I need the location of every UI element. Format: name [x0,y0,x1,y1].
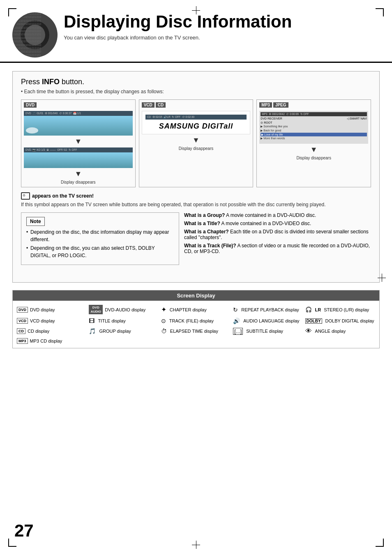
what-is-title: What is a Title? A movie contained in a … [184,221,371,226]
sd-title: 🎞 TITLE display [89,318,159,324]
sd-dolby: DOLBY DOLBY DIGITAL display [305,318,375,324]
sd-empty2 [161,338,231,344]
mp3-root: ⊙ ROOT [261,121,367,124]
sd-mp3-label: MP3 CD display [30,339,62,343]
screen-display-section: Screen Display DVD DVD display DVDAUDIO … [12,290,380,348]
sd-dvd-audio-badge: DVDAUDIO [89,305,103,314]
mp3-file-2: ▶ Back for good [261,129,367,133]
mp3-nav-row: DVD RECEIVER ◁ SMART NAVI [261,117,367,120]
what-is-group-body: A movie contained in a DVD-AUDIO disc. [226,212,316,218]
sd-mp3-badge: MP3 [17,338,28,344]
sd-track: ⊙ TRACK (FILE) display [161,318,231,324]
what-is-chapter-title: What is a Chapter? [184,229,229,235]
sd-stereo: 🎧 LR STEREO (L/R) display [305,305,375,314]
sd-elapsed: ⏱ ELAPSED TIME display [161,327,231,335]
sd-angle-icon: 👁 [305,327,312,335]
sd-group-icon: 🎵 [89,328,96,334]
sd-repeat-icon: ↻ [233,306,238,313]
mp3-info-bar: MP3 ⚙ 0001/0042 ⏱ 0:00:09 ↻ OFF [261,112,367,116]
sd-group: 🎵 GROUP display [89,327,159,335]
press-info-prefix: Press [21,78,42,86]
sd-empty3 [233,338,303,344]
what-is-chapter: What is a Chapter? Each title on a DVD d… [184,229,371,240]
sd-dolby-icon: DOLBY [305,318,322,324]
tv-appears-section: appears on the TV screen! If this symbol… [21,192,371,208]
sd-dvd-badge: DVD [17,307,28,313]
vcd-cd-tags: VCD CD [142,102,251,109]
sd-elapsed-icon: ⏱ [161,328,167,334]
jpeg-tag: JPEG [273,102,288,108]
note-item-1: Depending on the disc, the disc informat… [26,228,174,243]
sd-vcd: VCD VCD display [17,318,87,324]
press-info-section: Press INFO button. • Each time the butto… [12,71,380,283]
sd-stereo-icon: 🎧 [305,306,312,313]
what-is-title-body: A movie contained in a DVD-VIDEO disc. [221,221,311,226]
dvd-screen2: DVD 📷 KO 1/3 🖥 ─── OFF/ 02 ↻ OFF [24,147,133,168]
tv-appears-title: appears on the TV screen! [21,192,371,200]
mp3-jpeg-panel: MP3 JPEG MP3 ⚙ 0001/0042 ⏱ 0:00:09 ↻ OFF… [256,99,371,187]
sd-group-label: GROUP display [99,329,131,334]
note-item-2-text: Depending on the disc, you can also sele… [30,245,155,258]
sd-angle-label: ANGLE display [315,329,346,334]
binary-overlay: 010101010101010101 101010101010101010 01… [12,12,58,58]
mp3-file-1: ▶ Something like you [261,124,367,129]
sd-dvd: DVD DVD display [17,305,87,314]
press-info-bold: INFO [42,78,60,86]
vcd-display-disappears: Display disappears [142,146,251,151]
middle-section: Note Depending on the disc, the disc inf… [21,212,371,271]
mp3-file-list: ▶ Something like you ▶ Back for good ▶ L… [261,124,367,140]
sd-angle: 👁 ANGLE display [305,327,375,335]
screen-display-grid: DVD DVD display DVDAUDIO DVD-AUDIO displ… [13,301,379,348]
press-info-subtitle: • Each time the button is pressed, the d… [21,89,371,94]
tv-screen-dot [23,194,25,196]
what-is-section: What is a Group? A movie contained in a … [184,212,371,271]
mp3-nav-smart: ◁ SMART NAVI [347,117,367,120]
corner-mark-br [376,539,384,547]
main-content: Press INFO button. • Each time the butto… [0,63,392,357]
dvd-screen1: DVD 🎵 01/01 ⚙ 001/040 ⏱ 0:00:37 📅 1/1 [24,111,133,136]
dvd-arrow1: ▼ [24,137,133,146]
crosshair-right [378,274,386,282]
samsung-logo: SAMSUNG DIGITall [145,122,247,131]
tv-screen-icon [21,192,30,200]
what-is-track: What is a Track (File)? A section of vid… [184,243,371,254]
sd-dvd-audio: DVDAUDIO DVD-AUDIO display [89,305,159,314]
mp3-display-disappears: Display disappears [259,156,368,160]
dvd-screen2-info: DVD 📷 KO 1/3 🖥 ─── OFF/ 02 ↻ OFF [24,147,133,152]
cd-tag: CD [156,102,166,108]
sd-track-icon: ⊙ [161,318,166,324]
sd-vcd-label: VCD display [30,318,55,323]
dvd-screen1-sky [24,116,133,136]
sd-stereo-lr: LR [315,307,321,312]
sd-stereo-label: STEREO (L/R) display [324,307,369,312]
sd-cd-badge: CD [17,328,25,334]
mp3-file-4: ▶ More than words [261,136,367,140]
what-is-track-title: What is a Track (File)? [184,243,236,249]
sd-repeat-label: REPEAT PLAYBACK display [241,307,299,312]
page-title: Displaying Disc Information [64,12,380,31]
what-is-group-title: What is a Group? [184,212,225,218]
sd-chapter-icon: ✦ [161,306,166,313]
sd-dvd-audio-label: DVD-AUDIO display [105,307,145,312]
dvd-screen1-clouds [26,127,38,134]
dvd-arrow2: ▼ [24,170,133,178]
sd-empty [89,338,159,344]
sd-audio-lang-label: AUDIO LANGUAGE display [243,318,299,323]
sd-audio-lang-icon: 🔊 [233,318,240,324]
page-subtitle: You can view disc playback information o… [64,35,380,41]
disc-icon: 010101010101010101 101010101010101010 01… [12,12,58,58]
sd-repeat: ↻ REPEAT PLAYBACK display [233,305,303,314]
crosshair-bottom [192,541,200,549]
vcd-screen-info: CD ⚙ 02/15 🔊LR ↻ OFF ⏱ 0:02:30 [145,115,247,120]
dvd-screen1-info: DVD 🎵 01/01 ⚙ 001/040 ⏱ 0:00:37 📅 1/1 [24,111,133,116]
press-info-title: Press INFO button. [21,78,371,86]
vcd-tag: VCD [142,102,154,108]
sd-chapter-label: CHAPTER display [170,307,207,312]
display-panels-row: DVD DVD 🎵 01/01 ⚙ 001/040 ⏱ 0:00:37 📅 1/… [21,99,371,187]
header-text: Displaying Disc Information You can view… [64,12,380,41]
mp3-arrow: ▼ [259,145,368,154]
sd-empty4 [305,338,375,344]
page-header: 010101010101010101 101010101010101010 01… [0,0,392,63]
sd-cd: CD CD display [17,327,87,335]
mp3-file-3: ▶ Love of my life [261,133,367,137]
